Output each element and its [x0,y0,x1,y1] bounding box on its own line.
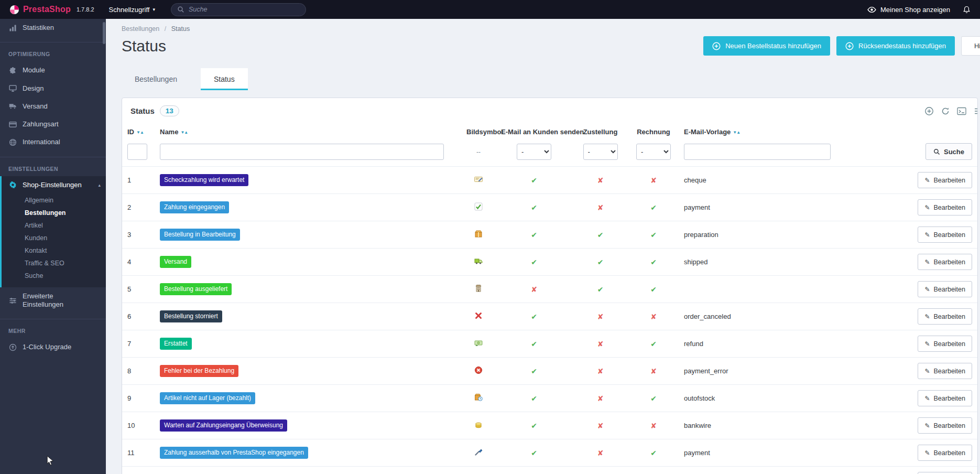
status-id: 5 [122,276,155,303]
email-template: shipped [679,249,842,276]
prestashop-logo[interactable]: PrestaShop 1.7.8.2 [9,5,94,15]
status-name-badge: Fehler bei der Bezahlung [160,365,238,377]
sidebar-subitem-traffic-seo[interactable]: Traffic & SEO [2,257,106,270]
add-return-status-button[interactable]: Rücksendestatus hinzufügen [836,36,955,56]
pencil-icon: ✎ [924,231,930,239]
sidebar-item-shop-einstellungen[interactable]: Shop-Einstellungen▴ [2,176,106,194]
edit-button[interactable]: ✎Bearbeiten [918,308,972,325]
stats-icon [8,24,17,32]
status-name-badge: Artikel nicht auf Lager (bezahlt) [160,392,255,404]
status-name-badge: Warten auf Zahlungseingang Überweisung [160,419,287,432]
status-row: 7Erstattet✔✘✔refund✎Bearbeiten [122,330,977,358]
sort-arrows-icon[interactable]: ▼▲ [136,130,144,135]
filter-search-button[interactable]: Suche [925,143,972,160]
edit-button[interactable]: ✎Bearbeiten [918,363,972,379]
pencil-icon: ✎ [924,395,930,402]
name-filter-input[interactable] [160,144,444,160]
cross-icon: ✘ [597,340,604,348]
invoice-filter-select[interactable]: - [636,144,671,160]
sidebar-item-versand[interactable]: Versand [0,98,106,115]
view-shop-link[interactable]: Meinen Shop anzeigen [867,5,950,14]
status-id: 3 [122,221,155,249]
edit-button[interactable]: ✎Bearbeiten [918,336,972,352]
notifications-bell[interactable] [963,6,971,14]
sidebar-section-title: OPTIMIERUNG [0,42,106,61]
add-new-icon[interactable] [924,106,934,116]
status-id: 9 [122,385,155,412]
title-row: Status Neuen Bestellstatus hinzufügen Rü… [122,36,978,56]
search-input[interactable] [189,6,300,13]
truck-icon [8,102,17,110]
sidebar-subitem-suche[interactable]: Suche [2,270,106,282]
puzzle-icon [8,67,17,74]
email-filter-select[interactable]: - [517,144,551,160]
sidebar-item-design[interactable]: Design [0,80,106,98]
edit-button[interactable]: ✎Bearbeiten [918,390,972,406]
page-tabs: BestellungenStatus [122,68,978,90]
help-button[interactable]: Hilfe [961,36,980,56]
sidebar-subitem-bestellungen[interactable]: Bestellungen [2,207,106,219]
email-template: payment [679,439,842,467]
sidebar-item-zahlungsart[interactable]: Zahlungsart [0,115,106,133]
edit-button[interactable]: ✎Bearbeiten [918,445,972,461]
sidebar-item-label: Statistiken [23,24,54,32]
sidebar-item-international[interactable]: International [0,133,106,151]
breadcrumb-parent[interactable]: Bestellungen [122,25,159,33]
panel-title: Status [130,106,155,115]
edit-button[interactable]: ✎Bearbeiten [918,227,972,243]
edit-button-label: Bearbeiten [934,177,965,184]
sidebar-subitem-kontakt[interactable]: Kontakt [2,244,106,257]
pencil-icon: ✎ [924,286,930,293]
refresh-icon[interactable] [941,106,950,116]
column-header-bildsymbol: Bildsymbol [461,121,496,141]
sort-arrows-icon[interactable]: ▼▲ [180,130,188,135]
check-icon: ✔ [650,340,657,348]
main-content: Bestellungen / Status Status Neuen Beste… [106,19,980,474]
export-icon[interactable] [973,106,978,116]
edit-button[interactable]: ✎Bearbeiten [918,417,972,434]
tab-status[interactable]: Status [201,68,248,90]
delivery-filter-select[interactable]: - [583,144,618,160]
sidebar-item-erweiterte-einstellungen[interactable]: Erweiterte Einstellungen [0,287,106,314]
icon-filter-placeholder: -- [476,148,481,156]
sidebar-scrollbar[interactable] [103,22,105,44]
cross-icon: ✘ [597,394,604,403]
gear-icon [8,181,17,189]
quick-access-dropdown[interactable]: Schnellzugriff ▾ [109,6,155,14]
tab-bestellungen[interactable]: Bestellungen [122,68,190,90]
sidebar-subitem-artikel[interactable]: Artikel [2,219,106,232]
column-header-e-mail-vorlage[interactable]: E-Mail-Vorlage▼▲ [679,121,842,141]
count-badge: 13 [160,105,179,116]
edit-button[interactable]: ✎Bearbeiten [918,281,972,297]
template-filter-input[interactable] [684,144,831,160]
sidebar-item-module[interactable]: Module [0,61,106,79]
edit-button[interactable]: ✎Bearbeiten [918,254,972,270]
edit-button-label: Bearbeiten [934,340,965,348]
check-icon: ✔ [531,422,537,430]
sidebar-item-1-click-upgrade[interactable]: 1-Click Upgrade [0,338,106,356]
add-order-status-button[interactable]: Neuen Bestellstatus hinzufügen [703,36,830,56]
sidebar-item-label: Design [23,84,43,93]
cross-icon: ✘ [650,367,657,375]
check-icon: ✔ [531,449,537,457]
sort-arrows-icon[interactable]: ▼▲ [733,130,740,135]
sidebar-item-statistiken[interactable]: Statistiken [0,19,106,37]
edit-button-label: Bearbeiten [934,368,965,375]
show-sql-icon[interactable] [957,106,966,116]
check-icon: ✔ [531,258,537,266]
column-header-id[interactable]: ID▼▲ [122,121,155,141]
add-return-status-label: Rücksendestatus hinzufügen [858,42,946,50]
sidebar-subitem-allgemein[interactable]: Allgemein [2,194,106,207]
column-header-name[interactable]: Name▼▲ [155,121,461,141]
column-header-rechnung: Rechnung [628,121,679,141]
edit-button[interactable]: ✎Bearbeiten [918,199,972,216]
help-button-label: Hilfe [974,42,980,50]
edit-button[interactable]: ✎Bearbeiten [918,472,972,474]
email-template: preparation [679,221,842,249]
pencil-icon: ✎ [924,258,930,266]
sidebar-item-label: Versand [23,102,48,111]
sidebar-subitem-kunden[interactable]: Kunden [2,232,106,244]
sidebar-item-label: International [23,138,60,146]
edit-button[interactable]: ✎Bearbeiten [918,172,972,188]
id-filter-input[interactable] [127,144,147,160]
